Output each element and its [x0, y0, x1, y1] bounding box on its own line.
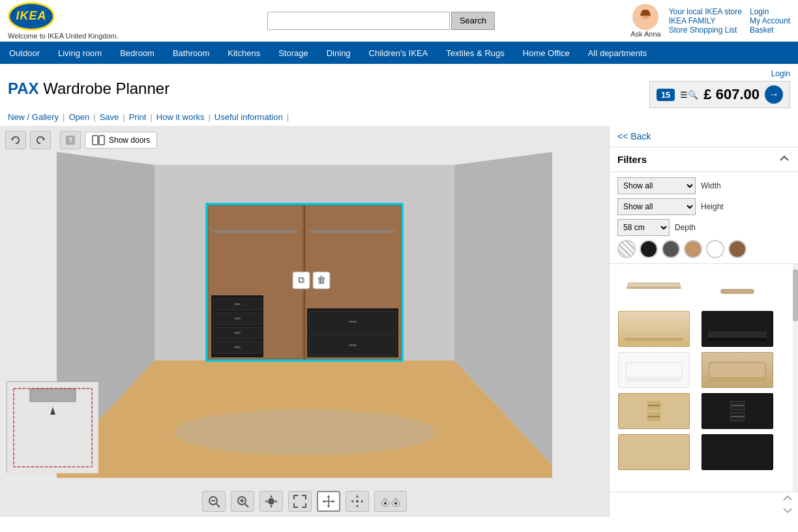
anna-label: Ask Anna [630, 30, 660, 38]
panel-scrollbar[interactable] [793, 264, 798, 492]
toolbar-how-it-works[interactable]: How it works [156, 112, 205, 122]
zoom-in-button[interactable] [231, 491, 254, 512]
back-link[interactable]: << Back [610, 126, 798, 147]
nav-item-children[interactable]: Children's IKEA [360, 42, 437, 64]
svg-marker-53 [270, 495, 273, 497]
page-content: PAX Wardrobe Planner Login 15 ☰🔍 £ 607.0… [0, 64, 798, 517]
bottom-toolbar [0, 488, 609, 514]
svg-rect-7 [93, 136, 98, 145]
svg-rect-75 [625, 331, 683, 338]
toolbar-save[interactable]: Save [100, 112, 119, 122]
products-row-3 [615, 393, 793, 429]
product-item-box-white[interactable] [615, 352, 693, 388]
svg-marker-56 [275, 500, 278, 503]
swatch-black[interactable] [640, 240, 658, 258]
nav-item-kitchens[interactable]: Kitchens [218, 42, 269, 64]
search-button[interactable]: Search [451, 12, 495, 30]
filters-title: Filters [617, 154, 647, 165]
search-area: Search [132, 12, 630, 30]
svg-marker-65 [351, 500, 353, 503]
svg-rect-82 [709, 377, 765, 381]
main-layout: ? Show doors [0, 126, 798, 517]
product-image-drawer-dark [702, 393, 773, 429]
nav-bar: Outdoor Living room Bedroom Bathroom Kit… [0, 42, 798, 64]
filters-collapse-button[interactable] [778, 153, 790, 166]
center-button[interactable] [259, 491, 283, 512]
your-local-store-link[interactable]: Your local IKEA store [669, 7, 742, 16]
svg-point-14 [174, 409, 435, 455]
eyes-button[interactable] [374, 491, 407, 512]
product-item-drawer-dark[interactable] [698, 393, 776, 429]
cart-count-badge: 15 [657, 89, 675, 101]
redo-button[interactable] [30, 131, 51, 149]
panel-scroll-up[interactable] [610, 492, 798, 505]
product-item-drawer-light[interactable] [615, 393, 693, 429]
svg-marker-66 [361, 500, 364, 503]
product-item-extra-2[interactable] [698, 434, 776, 470]
canvas-area[interactable]: ? Show doors [0, 126, 609, 517]
basket-link[interactable]: Basket [750, 25, 790, 35]
nav-item-textiles[interactable]: Textiles & Rugs [437, 42, 514, 64]
cart-list-icon: ☰🔍 [680, 90, 698, 100]
swatch-darkgrey[interactable] [662, 240, 680, 258]
anna-avatar [632, 4, 658, 30]
search-input[interactable] [267, 12, 450, 30]
move-button[interactable] [317, 491, 340, 512]
swatch-white[interactable] [706, 240, 724, 258]
nav-item-living[interactable]: Living room [49, 42, 111, 64]
nav-item-dining[interactable]: Dining [318, 42, 360, 64]
show-doors-button[interactable]: Show doors [85, 132, 157, 149]
depth-filter-row: 58 cm Depth [617, 219, 790, 236]
height-filter-select[interactable]: Show all [617, 198, 696, 215]
toolbar-useful-info[interactable]: Useful information [214, 112, 283, 122]
zoom-out-button[interactable] [202, 491, 226, 512]
canvas-toolbar: ? Show doors [5, 131, 157, 149]
login-link-header[interactable]: Login [750, 7, 790, 16]
swatch-birch[interactable] [684, 240, 702, 258]
nav-item-homeoffice[interactable]: Home Office [514, 42, 579, 64]
product-image-box-white [618, 352, 690, 388]
help-button[interactable]: ? [60, 131, 81, 149]
product-image-box-birch [702, 352, 773, 388]
panel-scrollbar-thumb [793, 269, 798, 321]
login-links: Login My Account Basket [750, 7, 790, 35]
toolbar-open[interactable]: Open [68, 112, 89, 122]
ikea-family-link[interactable]: IKEA FAMILY [669, 16, 742, 25]
product-item-extra-1[interactable] [615, 434, 693, 470]
width-filter-select[interactable]: Show all [617, 177, 696, 194]
cart-arrow-button[interactable]: → [765, 85, 783, 104]
fullscreen-button[interactable] [288, 491, 312, 512]
undo-button[interactable] [5, 131, 26, 149]
depth-filter-select[interactable]: 58 cm [617, 219, 670, 236]
nav-item-outdoor[interactable]: Outdoor [0, 42, 49, 64]
nav-item-storage[interactable]: Storage [269, 42, 318, 64]
panel-scroll-down[interactable] [610, 505, 798, 517]
nav-item-alldepts[interactable]: All departments [579, 42, 656, 64]
toolbar-print[interactable]: Print [129, 112, 147, 122]
svg-rect-26 [234, 303, 241, 305]
store-shopping-list-link[interactable]: Store Shopping List [669, 25, 742, 35]
product-item-shelf-light[interactable] [615, 311, 693, 347]
svg-rect-73 [627, 287, 681, 289]
product-item-shelf-dark[interactable] [698, 311, 776, 347]
planner-title-suffix: Wardrobe Planner [39, 80, 170, 97]
height-filter-row: Show all Height [617, 198, 790, 215]
filters-content: Show all Width Show all Height 58 cm Dep… [610, 172, 798, 264]
swatch-brown[interactable] [728, 240, 746, 258]
product-image [702, 267, 773, 306]
my-account-link[interactable]: My Account [750, 16, 790, 25]
nav-item-bathroom[interactable]: Bathroom [164, 42, 218, 64]
products-list[interactable] [610, 264, 798, 492]
product-item-box-birch[interactable] [698, 352, 776, 388]
product-item[interactable] [698, 267, 776, 306]
rotate-button[interactable] [346, 491, 369, 512]
svg-marker-55 [265, 500, 267, 503]
toolbar-new-gallery[interactable]: New / Gallery [8, 112, 59, 122]
product-item[interactable] [615, 267, 693, 306]
ikea-logo[interactable]: IKEA [8, 2, 55, 31]
svg-rect-8 [99, 136, 104, 145]
filters-header: Filters [610, 147, 798, 172]
swatch-pattern[interactable] [617, 240, 636, 258]
nav-item-bedroom[interactable]: Bedroom [111, 42, 164, 64]
login-top-right-link[interactable]: Login [771, 69, 790, 78]
